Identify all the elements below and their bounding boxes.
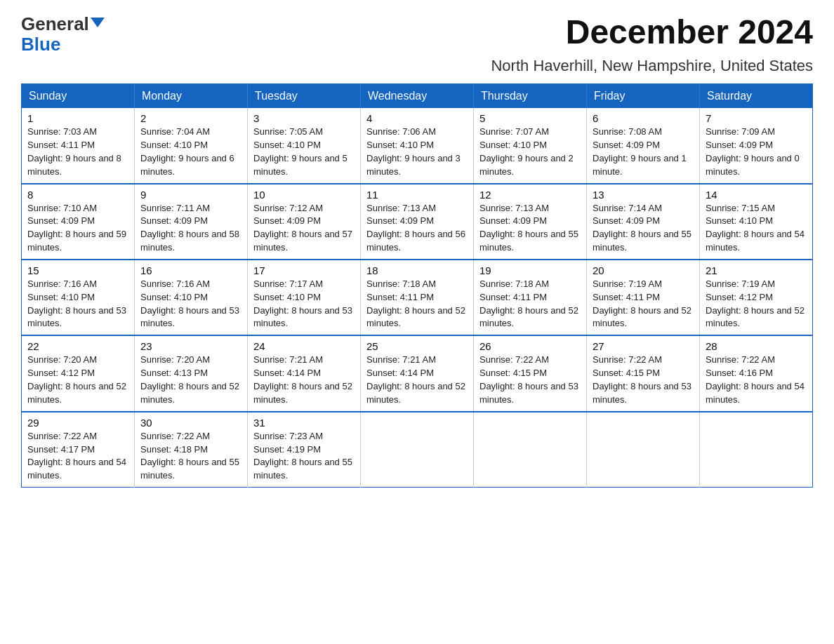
weekday-header-tuesday: Tuesday <box>248 84 361 109</box>
day-info: Sunrise: 7:20 AMSunset: 4:12 PMDaylight:… <box>27 354 128 406</box>
day-number: 15 <box>27 264 128 276</box>
day-number: 27 <box>593 340 694 352</box>
page-header: General Blue December 2024 <box>21 14 813 54</box>
calendar-cell: 23Sunrise: 7:20 AMSunset: 4:13 PMDayligh… <box>135 335 248 411</box>
day-info: Sunrise: 7:22 AMSunset: 4:18 PMDaylight:… <box>140 430 241 483</box>
weekday-header-wednesday: Wednesday <box>361 84 474 109</box>
day-info: Sunrise: 7:21 AMSunset: 4:14 PMDaylight:… <box>366 354 468 406</box>
day-info: Sunrise: 7:10 AMSunset: 4:09 PMDaylight:… <box>27 202 128 255</box>
calendar-cell: 30Sunrise: 7:22 AMSunset: 4:18 PMDayligh… <box>135 412 248 488</box>
day-number: 8 <box>27 189 128 201</box>
calendar-cell: 5Sunrise: 7:07 AMSunset: 4:10 PMDaylight… <box>474 108 587 183</box>
calendar-cell: 31Sunrise: 7:23 AMSunset: 4:19 PMDayligh… <box>248 412 361 488</box>
calendar-cell: 9Sunrise: 7:11 AMSunset: 4:09 PMDaylight… <box>135 184 248 260</box>
calendar-cell: 4Sunrise: 7:06 AMSunset: 4:10 PMDaylight… <box>361 108 474 183</box>
logo-blue-text: Blue <box>21 34 60 55</box>
day-info: Sunrise: 7:22 AMSunset: 4:17 PMDaylight:… <box>27 430 128 483</box>
calendar-cell: 8Sunrise: 7:10 AMSunset: 4:09 PMDaylight… <box>22 184 135 260</box>
day-info: Sunrise: 7:22 AMSunset: 4:16 PMDaylight:… <box>706 354 807 406</box>
calendar-week-4: 22Sunrise: 7:20 AMSunset: 4:12 PMDayligh… <box>22 335 813 411</box>
day-info: Sunrise: 7:22 AMSunset: 4:15 PMDaylight:… <box>593 354 694 406</box>
calendar-cell: 25Sunrise: 7:21 AMSunset: 4:14 PMDayligh… <box>361 335 474 411</box>
day-info: Sunrise: 7:12 AMSunset: 4:09 PMDaylight:… <box>253 202 355 255</box>
day-info: Sunrise: 7:16 AMSunset: 4:10 PMDaylight:… <box>27 278 128 330</box>
day-info: Sunrise: 7:18 AMSunset: 4:11 PMDaylight:… <box>366 278 468 330</box>
calendar-cell: 28Sunrise: 7:22 AMSunset: 4:16 PMDayligh… <box>700 335 813 411</box>
calendar-cell: 15Sunrise: 7:16 AMSunset: 4:10 PMDayligh… <box>22 260 135 335</box>
day-info: Sunrise: 7:11 AMSunset: 4:09 PMDaylight:… <box>140 202 241 255</box>
logo-general-text: General <box>21 14 89 34</box>
logo-triangle-icon <box>91 18 105 27</box>
calendar-cell: 13Sunrise: 7:14 AMSunset: 4:09 PMDayligh… <box>587 184 700 260</box>
calendar-cell: 1Sunrise: 7:03 AMSunset: 4:11 PMDaylight… <box>22 108 135 183</box>
day-number: 5 <box>479 112 581 124</box>
calendar-cell: 11Sunrise: 7:13 AMSunset: 4:09 PMDayligh… <box>361 184 474 260</box>
day-number: 25 <box>366 340 468 352</box>
day-number: 21 <box>706 264 807 276</box>
day-info: Sunrise: 7:17 AMSunset: 4:10 PMDaylight:… <box>253 278 355 330</box>
day-info: Sunrise: 7:13 AMSunset: 4:09 PMDaylight:… <box>479 202 581 255</box>
calendar-cell: 18Sunrise: 7:18 AMSunset: 4:11 PMDayligh… <box>361 260 474 335</box>
day-info: Sunrise: 7:08 AMSunset: 4:09 PMDaylight:… <box>593 126 694 178</box>
day-number: 19 <box>479 264 581 276</box>
logo: General Blue <box>21 14 105 54</box>
calendar-cell: 29Sunrise: 7:22 AMSunset: 4:17 PMDayligh… <box>22 412 135 488</box>
day-info: Sunrise: 7:19 AMSunset: 4:11 PMDaylight:… <box>593 278 694 330</box>
day-info: Sunrise: 7:04 AMSunset: 4:10 PMDaylight:… <box>140 126 241 178</box>
calendar-cell <box>700 412 813 488</box>
day-info: Sunrise: 7:14 AMSunset: 4:09 PMDaylight:… <box>593 202 694 255</box>
calendar-header-row: SundayMondayTuesdayWednesdayThursdayFrid… <box>22 84 813 109</box>
calendar-cell: 14Sunrise: 7:15 AMSunset: 4:10 PMDayligh… <box>700 184 813 260</box>
calendar-cell: 6Sunrise: 7:08 AMSunset: 4:09 PMDaylight… <box>587 108 700 183</box>
day-number: 9 <box>140 189 241 201</box>
day-number: 30 <box>140 417 241 429</box>
day-info: Sunrise: 7:07 AMSunset: 4:10 PMDaylight:… <box>479 126 581 178</box>
day-info: Sunrise: 7:03 AMSunset: 4:11 PMDaylight:… <box>27 126 128 178</box>
weekday-header-monday: Monday <box>135 84 248 109</box>
calendar-cell: 22Sunrise: 7:20 AMSunset: 4:12 PMDayligh… <box>22 335 135 411</box>
day-number: 18 <box>366 264 468 276</box>
calendar-cell: 7Sunrise: 7:09 AMSunset: 4:09 PMDaylight… <box>700 108 813 183</box>
calendar-cell: 27Sunrise: 7:22 AMSunset: 4:15 PMDayligh… <box>587 335 700 411</box>
day-number: 14 <box>706 189 807 201</box>
day-number: 17 <box>253 264 355 276</box>
day-info: Sunrise: 7:20 AMSunset: 4:13 PMDaylight:… <box>140 354 241 406</box>
day-info: Sunrise: 7:16 AMSunset: 4:10 PMDaylight:… <box>140 278 241 330</box>
day-info: Sunrise: 7:13 AMSunset: 4:09 PMDaylight:… <box>366 202 468 255</box>
calendar-cell <box>361 412 474 488</box>
day-info: Sunrise: 7:23 AMSunset: 4:19 PMDaylight:… <box>253 430 355 483</box>
day-number: 10 <box>253 189 355 201</box>
day-number: 12 <box>479 189 581 201</box>
calendar-cell: 17Sunrise: 7:17 AMSunset: 4:10 PMDayligh… <box>248 260 361 335</box>
day-number: 23 <box>140 340 241 352</box>
calendar-week-5: 29Sunrise: 7:22 AMSunset: 4:17 PMDayligh… <box>22 412 813 488</box>
day-number: 2 <box>140 112 241 124</box>
calendar-cell: 26Sunrise: 7:22 AMSunset: 4:15 PMDayligh… <box>474 335 587 411</box>
weekday-header-thursday: Thursday <box>474 84 587 109</box>
calendar-cell: 21Sunrise: 7:19 AMSunset: 4:12 PMDayligh… <box>700 260 813 335</box>
day-info: Sunrise: 7:22 AMSunset: 4:15 PMDaylight:… <box>479 354 581 406</box>
day-number: 31 <box>253 417 355 429</box>
calendar-cell: 2Sunrise: 7:04 AMSunset: 4:10 PMDaylight… <box>135 108 248 183</box>
calendar-cell: 12Sunrise: 7:13 AMSunset: 4:09 PMDayligh… <box>474 184 587 260</box>
day-number: 22 <box>27 340 128 352</box>
day-number: 1 <box>27 112 128 124</box>
day-number: 6 <box>593 112 694 124</box>
day-number: 26 <box>479 340 581 352</box>
calendar-cell: 24Sunrise: 7:21 AMSunset: 4:14 PMDayligh… <box>248 335 361 411</box>
day-info: Sunrise: 7:05 AMSunset: 4:10 PMDaylight:… <box>253 126 355 178</box>
day-number: 3 <box>253 112 355 124</box>
day-info: Sunrise: 7:06 AMSunset: 4:10 PMDaylight:… <box>366 126 468 178</box>
day-number: 20 <box>593 264 694 276</box>
calendar-cell <box>474 412 587 488</box>
day-number: 13 <box>593 189 694 201</box>
day-number: 7 <box>706 112 807 124</box>
calendar-cell: 19Sunrise: 7:18 AMSunset: 4:11 PMDayligh… <box>474 260 587 335</box>
calendar-cell: 20Sunrise: 7:19 AMSunset: 4:11 PMDayligh… <box>587 260 700 335</box>
calendar-week-3: 15Sunrise: 7:16 AMSunset: 4:10 PMDayligh… <box>22 260 813 335</box>
day-number: 24 <box>253 340 355 352</box>
calendar-week-2: 8Sunrise: 7:10 AMSunset: 4:09 PMDaylight… <box>22 184 813 260</box>
weekday-header-saturday: Saturday <box>700 84 813 109</box>
day-number: 28 <box>706 340 807 352</box>
weekday-header-friday: Friday <box>587 84 700 109</box>
